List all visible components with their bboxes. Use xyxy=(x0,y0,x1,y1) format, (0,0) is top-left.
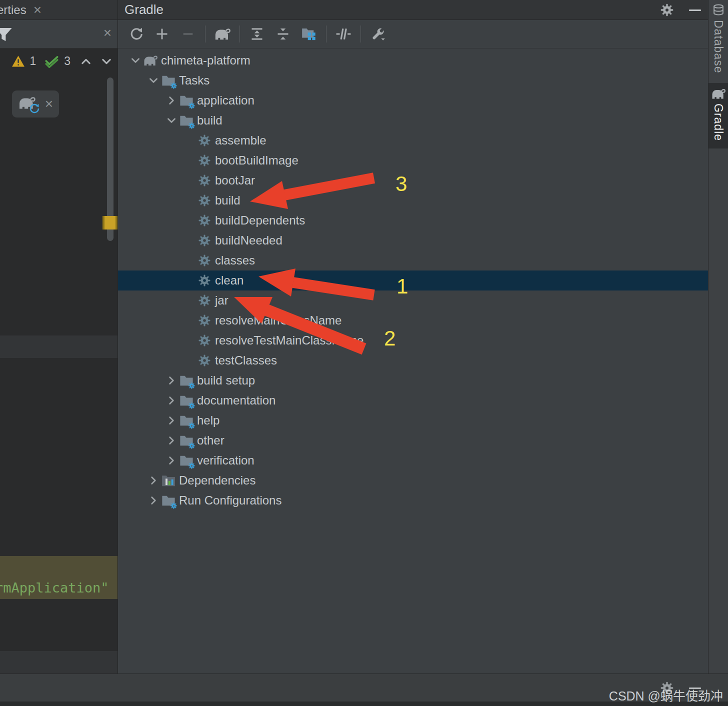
folder-icon xyxy=(161,493,176,508)
tree-row-dependencies[interactable]: Dependencies xyxy=(118,470,708,490)
chevron-down-icon[interactable] xyxy=(128,53,143,68)
editor-selected-line[interactable]: rmApplication" xyxy=(0,556,118,599)
tree-row-build[interactable]: build xyxy=(118,190,708,210)
bottom-settings-gear-icon[interactable] xyxy=(660,681,674,695)
gear-icon xyxy=(197,173,212,188)
tree-row-buildneeded[interactable]: buildNeeded xyxy=(118,230,708,250)
tree-row-testclasses[interactable]: testClasses xyxy=(118,350,708,370)
stripe-label-database: Database xyxy=(712,20,725,73)
tool-window-settings-gear-icon[interactable] xyxy=(660,3,674,17)
tree-row-other[interactable]: other xyxy=(118,430,708,450)
refresh-button[interactable] xyxy=(126,24,146,44)
chevron-right-icon[interactable] xyxy=(164,393,179,408)
remove-button[interactable] xyxy=(178,24,198,44)
code-snippet: rmApplication" xyxy=(0,580,109,596)
gear-badge-icon xyxy=(188,102,196,110)
gear-badge-icon xyxy=(188,402,196,410)
tab-properties[interactable]: erties xyxy=(0,3,26,17)
folder-icon xyxy=(179,433,194,448)
tree-item-label: bootJar xyxy=(215,174,255,188)
tree-row-run-configurations[interactable]: Run Configurations xyxy=(118,490,708,510)
popup-close-icon[interactable]: × xyxy=(45,97,53,111)
tree-row-clean[interactable]: clean xyxy=(118,270,708,290)
scrollbar-warning-marker[interactable] xyxy=(102,216,118,230)
collapse-all-button[interactable] xyxy=(273,24,293,44)
chevron-right-icon[interactable] xyxy=(164,413,179,428)
gradle-sync-popup[interactable]: × xyxy=(12,90,59,118)
tree-row-jar[interactable]: jar xyxy=(118,290,708,310)
chevron-right-icon[interactable] xyxy=(164,453,179,468)
warning-icon[interactable] xyxy=(12,55,25,68)
stripe-button-gradle[interactable]: Gradle xyxy=(708,83,728,148)
filter-close-icon[interactable]: × xyxy=(104,26,112,40)
chevron-right-icon[interactable] xyxy=(146,473,161,488)
refresh-icon xyxy=(128,26,144,42)
bottom-hide-icon[interactable] xyxy=(689,688,701,689)
tree-row-documentation[interactable]: documentation xyxy=(118,390,708,410)
offline-mode-icon xyxy=(336,27,351,41)
panel-divider xyxy=(0,336,118,358)
run-gradle-button[interactable] xyxy=(212,24,232,44)
tree-item-label: Dependencies xyxy=(179,474,256,488)
success-check-icon[interactable] xyxy=(44,55,60,68)
group-tasks-button[interactable] xyxy=(299,24,319,44)
chevron-down-icon[interactable] xyxy=(146,73,161,88)
gradle-elephant-icon xyxy=(711,88,726,100)
tree-item-label: documentation xyxy=(197,394,276,408)
warning-count: 1 xyxy=(30,54,36,68)
tree-row-tasks[interactable]: Tasks xyxy=(118,70,708,90)
tree-row-builddependents[interactable]: buildDependents xyxy=(118,210,708,230)
folder-icon xyxy=(179,413,194,428)
chevron-right-icon[interactable] xyxy=(164,433,179,448)
chevron-right-icon[interactable] xyxy=(164,373,179,388)
gear-icon xyxy=(197,273,212,288)
tree-item-label: classes xyxy=(215,254,255,268)
gear-icon xyxy=(197,353,212,368)
tree-item-label: Run Configurations xyxy=(179,494,282,508)
tree-row-bootbuildimage[interactable]: bootBuildImage xyxy=(118,150,708,170)
gradle-task-tree: chimeta-platformTasksapplicationbuildass… xyxy=(118,48,708,674)
tree-row-assemble[interactable]: assemble xyxy=(118,130,708,150)
gear-icon xyxy=(197,293,212,308)
left-bottom-strip xyxy=(0,651,118,674)
gear-icon xyxy=(197,313,212,328)
tree-row-resolvemainclassname[interactable]: resolveMainClassName xyxy=(118,310,708,330)
folder-icon xyxy=(179,453,194,468)
folder-icon xyxy=(179,393,194,408)
prev-item-icon[interactable] xyxy=(80,56,92,68)
hide-tool-window-icon[interactable] xyxy=(689,10,701,11)
collapse-all-icon xyxy=(276,27,290,41)
gradle-settings-button[interactable] xyxy=(368,24,388,44)
next-item-icon[interactable] xyxy=(100,56,112,68)
gear-badge-icon xyxy=(170,82,178,90)
stripe-button-database[interactable]: Database xyxy=(708,0,728,80)
add-icon xyxy=(155,27,169,41)
filter-icon[interactable] xyxy=(0,27,12,42)
add-button[interactable] xyxy=(152,24,172,44)
tree-row-resolvetestmainclassname[interactable]: resolveTestMainClassName xyxy=(118,330,708,350)
tree-row-classes[interactable]: classes xyxy=(118,250,708,270)
chart-icon xyxy=(161,473,176,488)
gear-icon xyxy=(197,153,212,168)
chevron-right-icon[interactable] xyxy=(164,93,179,108)
tree-item-label: application xyxy=(197,94,254,108)
gear-badge-icon xyxy=(188,442,196,450)
tab-close-icon[interactable]: × xyxy=(34,3,42,17)
tree-row-build-setup[interactable]: build setup xyxy=(118,370,708,390)
tree-row-help[interactable]: help xyxy=(118,410,708,430)
tree-row-application[interactable]: application xyxy=(118,90,708,110)
gear-badge-icon xyxy=(170,502,178,510)
tree-row-bootjar[interactable]: bootJar xyxy=(118,170,708,190)
tool-window-stripe: Database Gradle xyxy=(708,0,728,674)
tree-row-verification[interactable]: verification xyxy=(118,450,708,470)
offline-mode-button[interactable] xyxy=(334,24,354,44)
tree-item-label: build setup xyxy=(197,374,255,388)
stripe-label-gradle: Gradle xyxy=(712,104,725,141)
expand-all-button[interactable] xyxy=(247,24,267,44)
tree-item-label: resolveMainClassName xyxy=(215,314,342,328)
tree-row-build[interactable]: build xyxy=(118,110,708,130)
tree-row-chimeta-platform[interactable]: chimeta-platform xyxy=(118,50,708,70)
gradle-tool-window: Gradle chimeta-platformTasksapplicationb… xyxy=(118,0,708,674)
chevron-right-icon[interactable] xyxy=(146,493,161,508)
chevron-down-icon[interactable] xyxy=(164,113,179,128)
